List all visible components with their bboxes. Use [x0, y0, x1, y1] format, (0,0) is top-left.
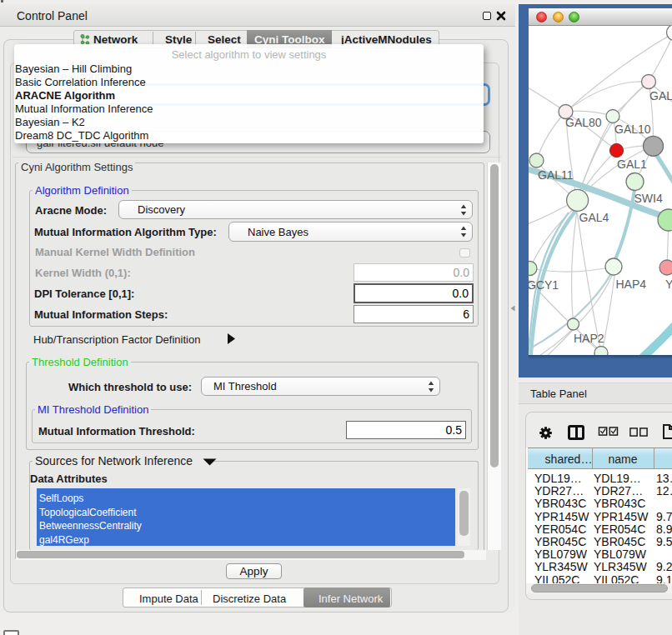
svg-text:HAP2: HAP2 [574, 332, 604, 345]
svg-text:GAL10: GAL10 [614, 122, 651, 136]
svg-text:SWI4: SWI4 [634, 192, 663, 205]
svg-text:GAL80: GAL80 [565, 116, 602, 129]
svg-text:Y: Y [665, 278, 672, 291]
svg-text:GAL1: GAL1 [617, 158, 647, 171]
svg-text:GAL11: GAL11 [538, 168, 574, 182]
svg-text:GAL4: GAL4 [579, 211, 609, 224]
svg-text:HAP4: HAP4 [616, 278, 647, 291]
svg-text:GCY1: GCY1 [529, 278, 559, 292]
svg-text:GAL7: GAL7 [649, 89, 672, 102]
